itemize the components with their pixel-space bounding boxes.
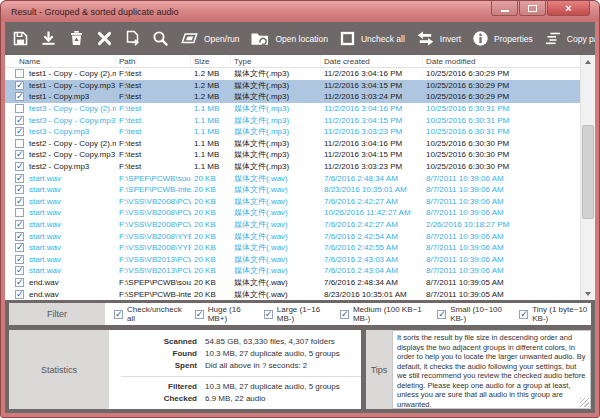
row-checkbox[interactable]: ✓	[15, 220, 24, 229]
file-name: test2 - Copy - Copy (2).mp3	[29, 139, 116, 148]
maximize-button[interactable]	[519, 1, 546, 16]
scroll-up-button[interactable]	[581, 55, 595, 68]
table-row[interactable]: ✓test1 - Copy - Copy.mp3F:\test1.2 MB媒体文…	[5, 80, 595, 92]
path-cell: F:\test	[116, 139, 191, 148]
column-header-date-modified[interactable]: Date modified	[423, 55, 582, 67]
table-row[interactable]: start.wavF:\VSS\VB2008\PCWB-...20 KB媒体文件…	[5, 207, 595, 219]
path-cell: F:\SPEP\PCWB\sounds	[116, 278, 191, 287]
statistics-section-label: Statistics	[9, 330, 109, 409]
row-checkbox[interactable]	[15, 69, 24, 78]
path-cell: F:\VSS\VB2013\PCWB\s...	[116, 266, 191, 275]
row-checkbox[interactable]: ✓	[15, 150, 24, 159]
move-file-icon	[124, 30, 141, 47]
filter-checkbox[interactable]: ✓	[340, 310, 349, 319]
date-modified-cell: 2/26/2016 10:18:27 PM	[423, 220, 582, 229]
table-row[interactable]: test1 - Copy - Copy (2).mp3F:\test1.2 MB…	[5, 68, 595, 80]
minimize-button[interactable]	[491, 1, 518, 16]
table-row[interactable]: ✓end.wavF:\SPEP\PCWB-intervie...20 KB媒体文…	[5, 288, 595, 300]
column-header-name[interactable]: Name	[5, 55, 116, 67]
search-button[interactable]	[152, 30, 169, 47]
table-row[interactable]: ✓test2 - Copy.mp3F:\test1.1 MB媒体文件(.mp3)…	[5, 161, 595, 173]
table-row[interactable]: ✓start.wavF:\VSS\VB2008\YYBZZP...20 KB媒体…	[5, 242, 595, 254]
table-row[interactable]: ✓start.wavF:\SPEF\PCWB-intervie...20 KB媒…	[5, 184, 595, 196]
uncheck-all-button[interactable]: Uncheck all	[339, 30, 405, 47]
table-row[interactable]: test3 - Copy - Copy (2).mp3F:\test1.1 MB…	[5, 103, 595, 115]
stat-label: Checked	[109, 393, 197, 405]
filter-option-huge-16-mb-[interactable]: ✓Huge (16 MB+)	[195, 305, 251, 323]
scrollbar-thumb[interactable]	[582, 125, 594, 219]
open-run-button[interactable]: Open/run	[180, 30, 239, 47]
close-button[interactable]: ×	[547, 1, 590, 16]
filter-checkbox[interactable]: ✓	[264, 310, 273, 319]
date-modified-cell: 8/7/2011 10:39:05 AM	[423, 290, 582, 299]
date-created-cell: 7/6/2016 2:43:04 AM	[321, 266, 423, 275]
download-button[interactable]	[40, 30, 57, 47]
row-checkbox[interactable]: ✓	[15, 81, 24, 90]
row-checkbox[interactable]: ✓	[15, 290, 24, 299]
row-checkbox[interactable]: ✓	[15, 116, 24, 125]
table-row[interactable]: ✓test3 - Copy.mp3F:\test1.1 MB媒体文件(.mp3)…	[5, 126, 595, 138]
table-row[interactable]: ✓start.wavF:\VSS\VB2013\PCWB\...20 KB媒体文…	[5, 254, 595, 266]
row-checkbox[interactable]: ✓	[15, 162, 24, 171]
filter-option-check-uncheck-all[interactable]: ✓Check/uncheck all	[114, 305, 182, 323]
move-button[interactable]	[124, 30, 141, 47]
filter-checkbox[interactable]: ✓	[195, 310, 204, 319]
filter-option-tiny-1-byte-10-kb-[interactable]: ✓Tiny (1 byte~10 KB-)	[519, 305, 591, 323]
table-row[interactable]: ✓start.wavF:\SPEF\PCWB\sounds20 KB媒体文件(.…	[5, 172, 595, 184]
filter-checkbox[interactable]: ✓	[114, 310, 123, 319]
properties-button[interactable]: Properties	[472, 30, 533, 47]
invert-button[interactable]: Invert	[416, 30, 461, 47]
name-cell: ✓start.wav	[5, 220, 116, 229]
column-header-type[interactable]: Type	[231, 55, 321, 67]
name-cell: ✓end.wav	[5, 278, 116, 287]
table-row[interactable]: ✓start.wavF:\VSS\VB2013\PCWB\s...20 KB媒体…	[5, 265, 595, 277]
row-checkbox[interactable]: ✓	[15, 185, 24, 194]
row-checkbox[interactable]: ✓	[15, 278, 24, 287]
row-checkbox[interactable]: ✓	[15, 232, 24, 241]
row-checkbox[interactable]: ✓	[15, 255, 24, 264]
path-cell: F:\SPEP\PCWB-intervie...	[116, 290, 191, 299]
uncheck-all-button-label: Uncheck all	[361, 34, 405, 44]
save-button[interactable]	[12, 30, 29, 47]
filter-checkbox[interactable]: ✓	[519, 310, 528, 319]
date-modified-cell: 8/7/2011 10:39:06 AM	[423, 243, 582, 252]
row-checkbox[interactable]: ✓	[15, 92, 24, 101]
recycle-button[interactable]	[68, 30, 85, 47]
row-checkbox[interactable]: ✓	[15, 197, 24, 206]
table-row[interactable]: ✓start.wavF:\VSS\VB2008\YYBZZP...20 KB媒体…	[5, 230, 595, 242]
resize-grip[interactable]	[580, 398, 589, 407]
date-created-cell: 11/2/2016 3:04:16 PM	[321, 139, 423, 148]
table-row[interactable]: ✓test1 - Copy.mp3F:\test1.2 MB媒体文件(.mp3)…	[5, 91, 595, 103]
row-checkbox[interactable]: ✓	[15, 127, 24, 136]
date-created-cell: 8/23/2016 10:35:01 AM	[321, 290, 423, 299]
row-checkbox[interactable]: ✓	[15, 174, 24, 183]
column-header-path[interactable]: Path	[116, 55, 191, 67]
table-row[interactable]: ✓start.wavF:\VSS\VB2008\PCWB\s...20 KB媒体…	[5, 196, 595, 208]
row-checkbox[interactable]: ✓	[15, 243, 24, 252]
table-row[interactable]: ✓start.wavF:\VSS\VB2008\PCWB2...20 KB媒体文…	[5, 219, 595, 231]
copy-path-button[interactable]: Copy path	[544, 30, 595, 47]
filter-option-large-1-16-mb-[interactable]: ✓Large (1~16 MB-)	[264, 305, 327, 323]
delete-button[interactable]	[96, 30, 113, 47]
filter-option-small-10-100-kb-[interactable]: ✓Small (10~100 KB-)	[437, 305, 506, 323]
row-checkbox[interactable]	[15, 139, 24, 148]
vertical-scrollbar[interactable]	[580, 55, 595, 300]
filter-checkbox[interactable]: ✓	[437, 310, 446, 319]
size-cell: 1.2 MB	[191, 92, 231, 101]
column-header-date-created[interactable]: Date created	[321, 55, 423, 67]
invert-button-label: Invert	[440, 34, 461, 44]
row-checkbox[interactable]	[15, 208, 24, 217]
table-row[interactable]: ✓end.wavF:\SPEP\PCWB\sounds20 KB媒体文件(.wa…	[5, 277, 595, 289]
stat-value: 10.3 MB, 27 duplicate audio, 5 groups	[205, 381, 340, 393]
filter-option-medium-100-kb-1-mb-[interactable]: ✓Medium (100 KB~1 MB-)	[340, 305, 424, 323]
scroll-down-button[interactable]	[581, 287, 595, 300]
column-header-size[interactable]: Size	[191, 55, 231, 67]
row-checkbox[interactable]	[15, 104, 24, 113]
table-row[interactable]: ✓test3 - Copy - Copy.mp3F:\test1.1 MB媒体文…	[5, 114, 595, 126]
size-cell: 1.1 MB	[191, 104, 231, 113]
date-created-cell: 11/2/2016 3:04:15 PM	[321, 116, 423, 125]
row-checkbox[interactable]: ✓	[15, 266, 24, 275]
table-row[interactable]: test2 - Copy - Copy (2).mp3F:\test1.1 MB…	[5, 138, 595, 150]
table-row[interactable]: ✓test2 - Copy - Copy.mp3F:\test1.1 MB媒体文…	[5, 149, 595, 161]
open-location-button[interactable]: Open location	[250, 30, 327, 47]
